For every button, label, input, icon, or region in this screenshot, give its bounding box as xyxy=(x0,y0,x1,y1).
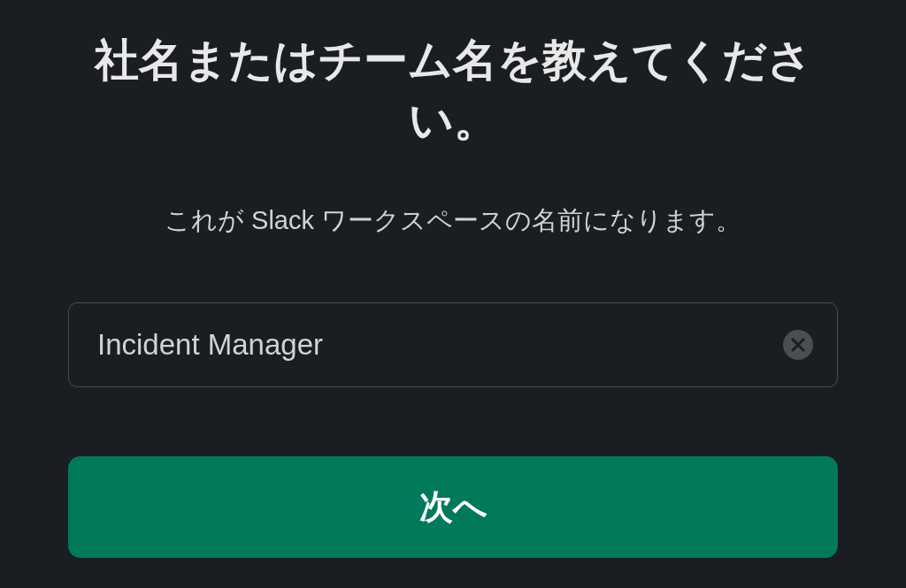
workspace-name-input[interactable] xyxy=(68,302,838,387)
page-heading: 社名またはチーム名を教えてください。 xyxy=(55,31,851,150)
workspace-name-input-wrapper xyxy=(68,302,838,387)
clear-input-button[interactable] xyxy=(783,330,813,360)
close-icon xyxy=(791,338,805,352)
next-button[interactable]: 次へ xyxy=(68,456,838,558)
page-subtitle: これが Slack ワークスペースの名前になります。 xyxy=(165,203,741,239)
